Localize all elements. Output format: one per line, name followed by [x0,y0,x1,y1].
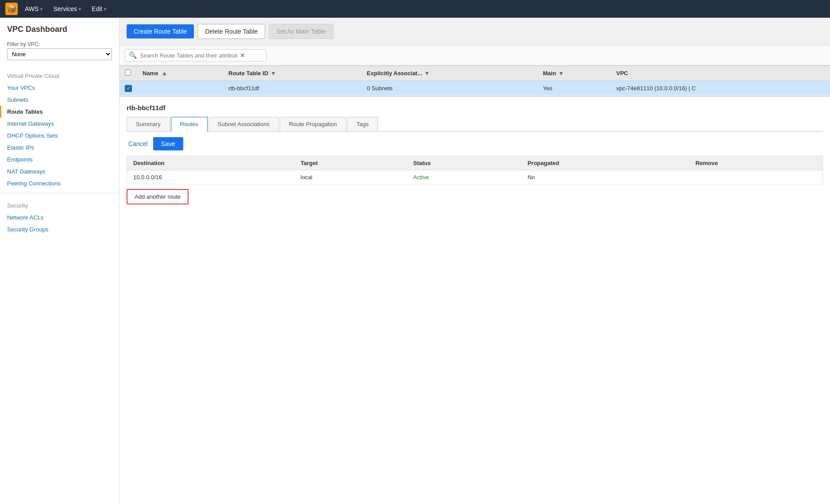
create-route-table-button[interactable]: Create Route Table [127,24,194,38]
route-destination: 10.0.0.0/16 [127,170,295,184]
row-name [137,81,223,96]
route-tables-table: Name ▲ Route Table ID ▾ Explicitly Assoc… [120,65,830,96]
section-title-security: Security [0,197,119,212]
routes-col-target: Target [294,156,407,170]
sidebar-item-dhcp-options[interactable]: DHCP Options Sets [0,130,119,142]
table-row[interactable]: ✓ rtb-bbcf11df 0 Subnets Yes vpc-74e8111… [120,81,830,96]
routes-col-propagated: Propagated [521,156,689,170]
row-main: Yes [537,81,611,96]
col-vpc[interactable]: VPC [611,66,830,81]
sidebar-item-peering-connections[interactable]: Peering Connections [0,177,119,189]
select-all-header[interactable] [120,66,137,81]
aws-logo-icon: 📦 [5,3,18,15]
search-icon: 🔍 [129,51,137,59]
tab-subnet-associations[interactable]: Subnet Associations [208,117,279,131]
search-input-wrap[interactable]: 🔍 ✕ [125,49,266,62]
row-route-table-id: rtb-bbcf11df [223,81,361,96]
aws-chevron-icon: ▾ [40,7,42,12]
status-badge: Active [413,174,429,181]
sidebar-item-network-acls[interactable]: Network ACLs [0,212,119,223]
content-area: Create Route Table Delete Route Table Se… [120,18,830,504]
ea-sort-icon: ▾ [425,70,429,77]
detail-tabs: Summary Routes Subnet Associations Route… [127,117,823,132]
clear-search-icon[interactable]: ✕ [240,52,245,59]
edit-chevron-icon: ▾ [104,7,106,12]
nav-edit[interactable]: Edit ▾ [88,4,110,14]
sidebar-item-route-tables[interactable]: Route Tables [0,106,119,118]
row-checkbox-cell[interactable]: ✓ [120,81,137,96]
name-sort-icon: ▲ [162,70,167,77]
row-checkbox-selected[interactable]: ✓ [125,85,132,92]
sidebar-item-security-groups[interactable]: Security Groups [0,223,119,235]
services-chevron-icon: ▾ [79,7,81,12]
tab-route-propagation[interactable]: Route Propagation [280,117,346,131]
nav-aws[interactable]: AWS ▾ [21,4,46,14]
sidebar-item-subnets[interactable]: Subnets [0,94,119,106]
row-explicitly-associated: 0 Subnets [362,81,538,96]
sidebar: VPC Dashboard Filter by VPC: None Virtua… [0,18,120,504]
filter-label: Filter by VPC: [0,39,119,48]
select-all-checkbox[interactable] [125,69,131,76]
set-as-main-table-button: Set As Main Table [269,24,333,39]
route-propagated: No [521,170,689,184]
search-input[interactable] [140,52,237,59]
rtid-sort-icon: ▾ [272,70,275,77]
route-target: local [294,170,407,184]
vpc-filter-select[interactable]: None [7,48,112,60]
sidebar-item-nat-gateways[interactable]: NAT Gateways [0,165,119,177]
col-main[interactable]: Main ▾ [537,66,611,81]
tab-tags[interactable]: Tags [347,117,378,131]
sidebar-item-internet-gateways[interactable]: Internet Gateways [0,118,119,130]
sidebar-item-elastic-ips[interactable]: Elastic IPs [0,142,119,154]
detail-panel: rtb-bbcf11df Summary Routes Subnet Assoc… [120,96,830,504]
main-sort-icon: ▾ [560,70,563,77]
sidebar-title: VPC Dashboard [0,25,119,39]
col-route-table-id[interactable]: Route Table ID ▾ [223,66,361,81]
route-status: Active [407,170,521,184]
section-title-vpc: Virtual Private Cloud [0,67,119,82]
add-another-route-button[interactable]: Add another route [127,189,189,204]
top-nav: 📦 AWS ▾ Services ▾ Edit ▾ [0,0,830,18]
route-tables-section: 🔍 ✕ Name ▲ [120,46,830,96]
save-button[interactable]: Save [153,137,183,150]
delete-route-table-button[interactable]: Delete Route Table [197,24,265,39]
table-row: 10.0.0.0/16 local Active No [127,170,823,184]
cancel-button[interactable]: Cancel [127,138,150,150]
col-name[interactable]: Name ▲ [137,66,223,81]
search-bar: 🔍 ✕ [120,46,830,65]
routes-col-status: Status [407,156,521,170]
tab-routes[interactable]: Routes [171,117,208,132]
routes-col-destination: Destination [127,156,295,170]
row-vpc: vpc-74e81110 (10.0.0.0/16) | C [611,81,830,96]
sidebar-divider [0,193,119,193]
routes-table: Destination Target Status Propagated Rem… [127,156,823,185]
sidebar-item-endpoints[interactable]: Endpoints [0,154,119,165]
tab-summary[interactable]: Summary [127,117,170,131]
nav-services[interactable]: Services ▾ [50,4,85,14]
col-explicitly-associated[interactable]: Explicitly Associat... ▾ [362,66,538,81]
routes-actions: Cancel Save [127,137,823,150]
sidebar-item-your-vpcs[interactable]: Your VPCs [0,82,119,94]
routes-col-remove: Remove [689,156,822,170]
toolbar: Create Route Table Delete Route Table Se… [120,18,830,46]
route-remove[interactable] [689,170,822,184]
detail-title: rtb-bbcf11df [127,104,823,112]
